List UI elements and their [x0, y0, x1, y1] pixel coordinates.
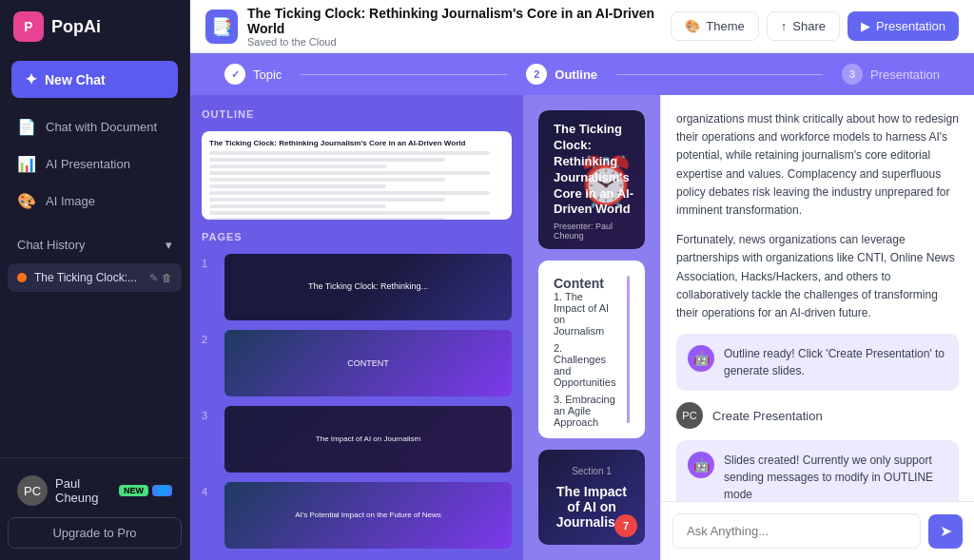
step-topic[interactable]: ✓ Topic	[205, 64, 301, 85]
page-number: 3	[202, 406, 217, 421]
chat-messages: organizations must think critically abou…	[661, 95, 974, 501]
ai-message-text: Slides created! Currently we only suppor…	[724, 452, 947, 501]
step-presentation-label: Presentation	[870, 68, 940, 82]
content-item-3: 3. Embracing an Agile Approach	[554, 394, 615, 428]
new-chat-button[interactable]: ✦ New Chat	[11, 61, 178, 98]
edit-icon[interactable]: ✎	[149, 272, 158, 284]
outline-preview-title: The Ticking Clock: Rethinking Journalism…	[209, 139, 504, 147]
history-item-ticking-clock[interactable]: The Ticking Clock:... ✎ 🗑	[8, 263, 182, 292]
send-button[interactable]: ➤	[928, 514, 963, 549]
chat-text-1: organizations must think critically abou…	[676, 110, 959, 220]
outline-line	[209, 191, 490, 195]
slide-cover: The Ticking Clock: Rethinking Journalism…	[538, 110, 645, 249]
content-item-2: 2. Challenges and Opportunities	[554, 342, 615, 388]
presentation-file-icon: 📑	[205, 10, 238, 44]
slide-count-badge: 7	[614, 514, 637, 537]
history-item-label: The Ticking Clock:...	[34, 271, 137, 284]
slide-content-card[interactable]: Content 1. The Impact of AI on Journalis…	[538, 261, 645, 438]
history-item-dot	[17, 273, 27, 282]
ai-image-icon: 🎨	[17, 192, 36, 210]
page-item-4[interactable]: 4 AI's Potential Impact on the Future of…	[202, 482, 512, 549]
outline-line	[209, 211, 490, 215]
topbar-left: 📑 The Ticking Clock: Rethinking Journali…	[205, 6, 671, 48]
sidebar-item-label: AI Presentation	[46, 157, 130, 171]
page-item-3[interactable]: 3 The Impact of AI on Journalism	[202, 406, 512, 473]
new-chat-label: New Chat	[45, 72, 106, 87]
outline-line	[209, 184, 386, 188]
chat-history-section: Chat History ▾ The Ticking Clock:... ✎ 🗑	[0, 222, 189, 299]
page-number: 1	[202, 254, 217, 269]
slide-cover-card[interactable]: The Ticking Clock: Rethinking Journalism…	[538, 110, 645, 249]
content-item-1: 1. The Impact of AI on Journalism	[554, 291, 615, 337]
outline-line	[209, 178, 445, 182]
logo-icon: P	[13, 11, 44, 42]
step-outline[interactable]: 2 Outline	[507, 64, 616, 85]
sidebar-item-ai-image[interactable]: 🎨 AI Image	[8, 183, 182, 219]
pages-label: PAGES	[202, 229, 512, 244]
main-area: 📑 The Ticking Clock: Rethinking Journali…	[190, 0, 974, 560]
user-info: PC Paul Cheung NEW 🌐	[8, 470, 182, 512]
share-label: Share	[792, 19, 826, 33]
ai-presentation-icon: 📊	[17, 155, 36, 173]
step-circle-outline: 2	[526, 64, 547, 85]
outline-line	[209, 204, 386, 208]
slide-cover-presenter: Presenter: Paul Cheung	[554, 222, 645, 241]
outline-line	[209, 198, 445, 202]
presentation-label: Presentation	[876, 19, 945, 33]
sidebar-item-ai-presentation[interactable]: 📊 AI Presentation	[8, 146, 182, 182]
page-thumb-3[interactable]: The Impact of AI on Journalism	[224, 406, 512, 473]
slide-section-card[interactable]: Section 1 The Impact of AI on Journalism…	[538, 450, 645, 545]
editor-panel: OUTLINE The Ticking Clock: Rethinking Jo…	[190, 95, 523, 560]
sidebar-item-chat-document[interactable]: 📄 Chat with Document	[8, 109, 182, 145]
send-icon: ➤	[940, 522, 952, 540]
browser-badge: 🌐	[152, 485, 172, 496]
sidebar: P PopAi ✦ New Chat 📄 Chat with Document …	[0, 0, 190, 560]
page-thumb-4[interactable]: AI's Potential Impact on the Future of N…	[224, 482, 512, 549]
share-button[interactable]: ↑ Share	[767, 11, 840, 41]
theme-button[interactable]: 🎨 Theme	[671, 11, 758, 41]
slide-content-decoration	[627, 276, 630, 423]
page-item-2[interactable]: 2 CONTENT	[202, 330, 512, 396]
topbar-actions: 🎨 Theme ↑ Share ▶ Presentation	[671, 11, 959, 41]
page-thumb-text: The Ticking Clock: Rethinking...	[308, 281, 428, 293]
outline-line	[209, 218, 445, 220]
user-name: Paul Cheung	[55, 476, 107, 505]
user-message-create: PC Create Presentation	[676, 402, 959, 429]
step-presentation[interactable]: 3 Presentation	[823, 64, 959, 85]
step-circle-topic: ✓	[224, 64, 245, 85]
ai-avatar-2: 🤖	[688, 452, 714, 478]
topbar: 📑 The Ticking Clock: Rethinking Journali…	[190, 0, 974, 53]
topbar-title-group: The Ticking Clock: Rethinking Journalism…	[247, 6, 671, 48]
content-items: 1. The Impact of AI on Journalism 2. Cha…	[554, 291, 615, 428]
sidebar-item-label: AI Image	[46, 194, 95, 208]
page-item-1[interactable]: 1 The Ticking Clock: Rethinking...	[202, 254, 512, 320]
outline-line	[209, 158, 445, 162]
page-number: 2	[202, 330, 217, 345]
slide-cover-text: The Ticking Clock: Rethinking Journalism…	[554, 122, 645, 241]
chat-history-toggle[interactable]: Chat History ▾	[8, 230, 182, 260]
upgrade-button[interactable]: Upgrade to Pro	[8, 517, 182, 549]
sidebar-footer: PC Paul Cheung NEW 🌐 Upgrade to Pro	[0, 457, 189, 560]
page-thumb-2[interactable]: CONTENT	[224, 330, 512, 396]
history-item-actions: ✎ 🗑	[149, 272, 172, 284]
page-thumb-text: CONTENT	[347, 358, 389, 368]
outline-label: OUTLINE	[202, 106, 512, 122]
presentation-button[interactable]: ▶ Presentation	[847, 11, 959, 41]
topbar-title: The Ticking Clock: Rethinking Journalism…	[247, 6, 671, 36]
slide-panel: The Ticking Clock: Rethinking Journalism…	[523, 95, 660, 560]
page-thumb-text: The Impact of AI on Journalism	[316, 434, 420, 444]
outline-preview: The Ticking Clock: Rethinking Journalism…	[202, 131, 512, 220]
avatar: PC	[17, 475, 48, 506]
content-label: Content	[554, 276, 615, 291]
delete-icon[interactable]: 🗑	[162, 272, 172, 284]
step-outline-label: Outline	[555, 68, 597, 82]
step-circle-presentation: 3	[842, 64, 863, 85]
sidebar-item-label: Chat with Document	[46, 120, 157, 134]
chat-input[interactable]	[672, 513, 921, 549]
section-label: Section 1	[572, 466, 612, 476]
chevron-down-icon: ▾	[166, 238, 172, 252]
page-thumb-1[interactable]: The Ticking Clock: Rethinking...	[224, 254, 512, 320]
theme-label: Theme	[706, 19, 744, 33]
page-thumb-text: AI's Potential Impact on the Future of N…	[295, 511, 441, 520]
plus-icon: ✦	[25, 70, 37, 88]
